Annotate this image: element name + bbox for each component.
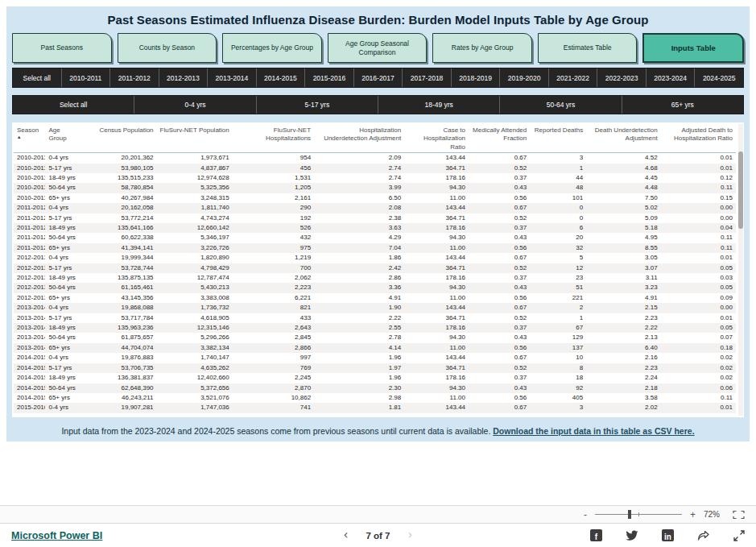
linkedin-icon[interactable]: in [662,529,674,541]
table-row[interactable]: 2014-201518-49 yrs136,381,83712,402,6602… [14,373,736,383]
column-header-age-group[interactable]: Age Group [45,124,81,153]
season-button-2011-2012[interactable]: 2011-2012 [110,68,159,87]
table-row[interactable]: 2014-201565+ yrs46,243,2113,521,07610,86… [14,393,736,403]
age-group-slicer: Select all0-4 yrs5-17 yrs18-49 yrs50-64 … [12,95,744,114]
table-row[interactable]: 2012-201350-64 yrs61,165,4615,430,2132,2… [14,283,736,292]
table-cell: 4.48 [586,183,660,193]
table-cell: 2010-2011 [14,193,45,203]
zoom-slider[interactable] [595,510,682,519]
table-cell: 0.37 [469,273,530,283]
season-button-2023-2024[interactable]: 2023-2024 [647,68,696,87]
table-cell: 2013-2014 [14,303,45,313]
tab-inputs-table[interactable]: Inputs Table [642,33,744,63]
table-scrollbar[interactable] [738,124,743,416]
table-row[interactable]: 2013-20140-4 yrs19,868,0881,736,7328211.… [14,303,736,313]
previous-page-icon[interactable]: ‹ [343,529,348,541]
table-scrollbar-thumb[interactable] [738,151,743,229]
season-button-2024-2025[interactable]: 2024-2025 [695,68,743,87]
table-row[interactable]: 2013-20145-17 yrs53,717,7844,618,9054332… [14,313,736,323]
column-header-flusurv-net-population[interactable]: FluSurv-NET Population [157,124,233,153]
zoom-slider-thumb[interactable] [628,510,631,519]
table-row[interactable]: 2011-20125-17 yrs53,772,2144,743,2741922… [14,213,736,223]
table-cell: 2.23 [586,313,660,323]
table-cell: 53,706,735 [81,363,156,373]
season-button-select-all[interactable]: Select all [13,68,62,87]
tab-rates-by-age-group[interactable]: Rates by Age Group [432,33,532,63]
table-row[interactable]: 2012-20130-4 yrs19,999,3441,820,8901,219… [14,253,736,263]
zoom-in-button[interactable]: + [690,510,696,520]
facebook-icon[interactable]: f [590,529,602,541]
table-cell: 1.97 [314,363,404,373]
age-button-select-all[interactable]: Select all [13,96,134,114]
table-row[interactable]: 2011-201218-49 yrs135,641,16612,660,1425… [14,223,736,233]
share-icon[interactable] [697,530,710,541]
table-cell: 2012-2013 [14,253,45,263]
season-button-2015-2016[interactable]: 2015-2016 [305,68,354,87]
table-cell: 0.43 [469,283,530,292]
table-cell: 4.91 [314,293,404,303]
column-header-death-underdetection-adjustment[interactable]: Death Underdetection Adjustment [586,124,660,153]
table-cell: 0.52 [469,164,530,173]
zoom-out-button[interactable]: - [584,510,587,520]
table-row[interactable]: 2010-20115-17 yrs53,980,1054,837,8674562… [14,164,736,173]
age-button-50-64-yrs[interactable]: 50-64 yrs [500,96,622,114]
tab-estimates-table[interactable]: Estimates Table [538,33,638,63]
table-cell: 0.43 [469,183,530,193]
column-header-hospitalization-underdetection-adjustment[interactable]: Hospitalization Underdetection Adjustmen… [314,124,404,153]
age-button-0-4-yrs[interactable]: 0-4 yrs [134,96,256,114]
table-cell: 18 [530,373,586,383]
season-button-2017-2018[interactable]: 2017-2018 [403,68,452,87]
csv-download-link[interactable]: Download the input data in this table as… [493,426,694,436]
season-button-2016-2017[interactable]: 2016-2017 [354,68,403,87]
tab-counts-by-season[interactable]: Counts by Season [118,33,217,63]
table-row[interactable]: 2012-201318-49 yrs135,875,13512,787,4742… [14,273,736,283]
tab-percentages-by-age-group[interactable]: Percentages by Age Group [222,33,322,63]
season-button-2021-2022[interactable]: 2021-2022 [549,68,598,87]
table-cell: 741 [233,403,314,412]
season-button-2010-2011[interactable]: 2010-2011 [62,68,111,87]
season-button-2014-2015[interactable]: 2014-2015 [257,68,306,87]
table-row[interactable]: 2010-201118-49 yrs135,515,23312,974,6281… [14,173,736,183]
twitter-icon[interactable] [626,530,638,541]
table-row[interactable]: 2010-201165+ yrs40,267,9843,248,3152,161… [14,193,736,203]
season-button-2022-2023[interactable]: 2022-2023 [597,68,647,87]
table-row[interactable]: 2013-201418-49 yrs135,963,23612,315,1462… [14,323,736,333]
table-row[interactable]: 2011-201265+ yrs41,394,1413,226,7269757.… [14,243,736,253]
column-header-adjusted-death-to-hospitalization-ratio[interactable]: Adjusted Death to Hospitalization Ratio [661,124,736,153]
table-row[interactable]: 2014-20155-17 yrs53,706,7354,635,2627691… [14,363,736,373]
age-button-5-17-yrs[interactable]: 5-17 yrs [257,96,378,114]
table-row[interactable]: 2012-201365+ yrs43,145,3563,383,0086,221… [14,293,736,303]
table-row[interactable]: 2010-201150-64 yrs58,780,8545,325,3561,2… [14,183,736,193]
column-header-case-to-hospitalization-ratio[interactable]: Case to Hospitalization Ratio [404,124,469,153]
season-button-2019-2020[interactable]: 2019-2020 [500,68,549,87]
season-button-2013-2014[interactable]: 2013-2014 [208,68,257,87]
tab-age-group-seasonal-comparison[interactable]: Age Group Seasonal Comparison [328,33,428,63]
column-header-season[interactable]: Season▲ [14,124,45,153]
table-cell: 0.56 [469,393,530,403]
age-button-65+-yrs[interactable]: 65+ yrs [622,96,743,114]
column-header-flusurv-net-hospitalizations[interactable]: FluSurv-NET Hospitalizations [233,124,314,153]
table-row[interactable]: 2013-201450-64 yrs61,875,6575,296,2662,8… [14,333,736,342]
fit-to-page-icon[interactable] [733,510,745,520]
season-button-2012-2013[interactable]: 2012-2013 [159,68,209,87]
fullscreen-icon[interactable] [733,530,745,541]
powerbi-report-canvas: Past Seasons Estimated Influenza Disease… [6,6,750,441]
column-header-medically-attended-fraction[interactable]: Medically Attended Fraction [469,124,530,153]
column-header-reported-deaths[interactable]: Reported Deaths [530,124,586,153]
table-cell: 48 [530,183,586,193]
column-header-census-population[interactable]: Census Population [81,124,156,153]
tab-past-seasons[interactable]: Past Seasons [12,33,112,63]
table-row[interactable]: 2014-201550-64 yrs62,648,3905,372,6562,8… [14,383,736,393]
table-row[interactable]: 2013-201465+ yrs44,704,0743,382,1342,866… [14,343,736,353]
footnote: Input data from the 2023-2024 and 2024-2… [6,426,750,436]
age-button-18-49-yrs[interactable]: 18-49 yrs [378,96,500,114]
table-row[interactable]: 2014-20150-4 yrs19,876,8831,740,1479971.… [14,353,736,363]
season-button-2018-2019[interactable]: 2018-2019 [452,68,501,87]
table-cell: 135,641,166 [81,223,156,233]
table-row[interactable]: 2010-20110-4 yrs20,201,3621,973,6719542.… [14,153,736,164]
table-cell: 0.02 [661,373,736,383]
table-row[interactable]: 2011-20120-4 yrs20,162,0581,811,7402902.… [14,203,736,213]
table-row[interactable]: 2012-20135-17 yrs53,728,7444,798,4297002… [14,263,736,273]
table-row[interactable]: 2015-20160-4 yrs19,907,2811,747,0367411.… [14,403,736,412]
table-row[interactable]: 2011-201250-64 yrs60,622,3385,346,197432… [14,233,736,242]
